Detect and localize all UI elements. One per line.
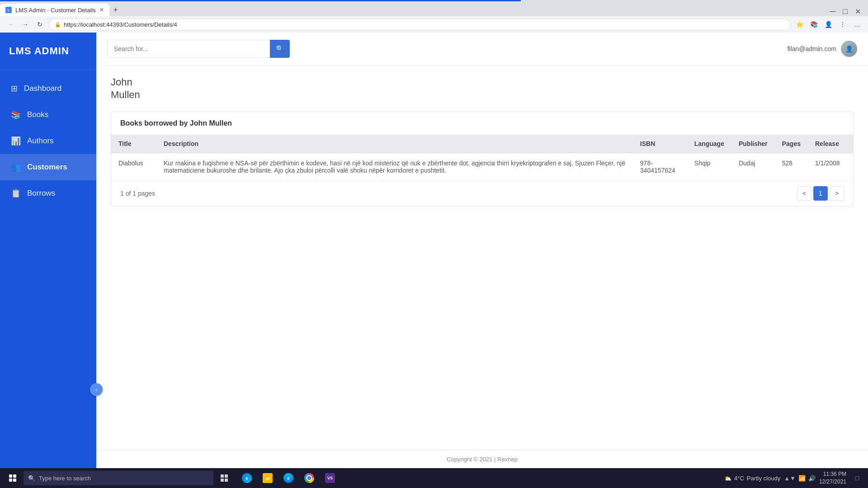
back-button[interactable]: ← [5, 19, 16, 30]
book-publisher: Dudaj [731, 153, 775, 181]
forward-button[interactable]: → [20, 19, 31, 30]
book-description: Kur makina e fuqishme e NSA-së për zbërt… [156, 153, 633, 181]
book-isbn: 978-3404157624 [633, 153, 687, 181]
minimize-button[interactable]: ─ [830, 7, 835, 16]
search-button[interactable]: 🔍 [270, 40, 290, 58]
customer-first-name: John [111, 76, 854, 88]
taskbar-msedge-app[interactable]: e [278, 468, 298, 488]
maximize-button[interactable]: □ [843, 7, 848, 16]
book-release: 1/1/2008 [808, 153, 853, 181]
sidebar-toggle-button[interactable]: ‹ [90, 383, 103, 396]
pagination-page-1-button[interactable]: 1 [813, 186, 828, 201]
taskbar-explorer-app[interactable]: 📁 [258, 468, 278, 488]
network-icon: ▲▼ [784, 475, 796, 482]
sidebar-item-authors-label: Authors [27, 136, 54, 145]
customer-last-name: Mullen [111, 89, 854, 101]
browser-account-button[interactable]: 👤 [823, 19, 834, 30]
dashboard-icon: ⊞ [11, 84, 18, 94]
taskbar-edge-app[interactable]: e [237, 468, 257, 488]
pagination-next-button[interactable]: > [830, 186, 844, 201]
url-text: https://localhost:44393/Customers/Detail… [64, 21, 177, 28]
taskbar-search-text: Type here to search [39, 475, 91, 482]
taskbar-apps: e 📁 e VS [237, 468, 340, 488]
taskbar-clock: 11:36 PM 12/27/2021 [819, 470, 846, 486]
col-header-title: Title [111, 135, 156, 153]
pagination-prev-button[interactable]: < [797, 186, 811, 201]
avatar: 👤 [841, 41, 857, 57]
browser-tab-active[interactable]: L LMS Admin - Customer Details ✕ [0, 4, 109, 16]
new-tab-button[interactable]: + [109, 4, 122, 16]
browser-extensions-button[interactable]: ⭐ [794, 19, 805, 30]
browser-menu-button[interactable]: ⋮ [837, 19, 848, 30]
footer: Copyright © 2021 | Rexhep [96, 450, 868, 468]
search-container: 🔍 [107, 40, 290, 58]
explorer-icon: 📁 [263, 473, 273, 483]
loading-bar [0, 0, 521, 1]
svg-rect-3 [225, 479, 228, 482]
authors-icon: 📊 [11, 136, 21, 146]
address-bar[interactable]: 🔒 https://localhost:44393/Customers/Deta… [49, 19, 790, 30]
sidebar-item-customers[interactable]: 👥 Customers [0, 154, 96, 180]
browser-action-buttons: ⭐ 📚 👤 ⋮ … [794, 19, 863, 30]
browser-collections-button[interactable]: 📚 [808, 19, 819, 30]
books-table: Title Description ISBN Language Publishe… [111, 135, 853, 180]
sidebar-logo: LMS ADMIN [0, 33, 96, 70]
user-email: filan@admin.com [788, 45, 836, 52]
taskbar-search-icon: 🔍 [28, 475, 35, 482]
tab-title: LMS Admin - Customer Details [15, 7, 96, 14]
col-header-description: Description [156, 135, 633, 153]
svg-rect-0 [221, 474, 224, 478]
close-button[interactable]: ✕ [855, 7, 861, 16]
sidebar-item-books[interactable]: 📚 Books [0, 102, 96, 128]
borrows-icon: 📋 [11, 188, 21, 198]
page-content: John Mullen Books borrowed by John Mulle… [96, 66, 868, 450]
table-header-row: Title Description ISBN Language Publishe… [111, 135, 853, 153]
col-header-release: Release [808, 135, 853, 153]
taskbar-search[interactable]: 🔍 Type here to search [24, 471, 213, 485]
notification-icon: □ [855, 474, 859, 482]
sidebar-item-books-label: Books [27, 110, 48, 119]
tab-close-button[interactable]: ✕ [99, 7, 104, 13]
edge-icon: e [242, 473, 252, 483]
taskbar-right: ⛅ 4°C Partly cloudy ▲▼ 📶 🔊 11:36 PM 12/2… [724, 470, 864, 486]
reload-button[interactable]: ↻ [34, 19, 45, 30]
sidebar-item-authors[interactable]: 📊 Authors [0, 128, 96, 154]
customers-icon: 👥 [11, 162, 21, 172]
start-button[interactable] [4, 469, 22, 487]
browser-tabs: L LMS Admin - Customer Details ✕ + ─ □ ✕ [0, 0, 868, 16]
taskbar-vs-app[interactable]: VS [320, 468, 340, 488]
browser-chrome: L LMS Admin - Customer Details ✕ + ─ □ ✕… [0, 0, 868, 33]
pagination-info: 1 of 1 pages [120, 190, 155, 197]
weather-temp: 4°C [734, 475, 744, 482]
browser-more-button[interactable]: … [852, 19, 863, 30]
weather-widget[interactable]: ⛅ 4°C Partly cloudy [724, 475, 780, 482]
svg-rect-1 [225, 474, 228, 478]
col-header-language: Language [687, 135, 731, 153]
books-icon: 📚 [11, 110, 21, 120]
pagination-controls: < 1 > [797, 186, 844, 201]
search-icon: 🔍 [276, 45, 284, 53]
book-pages: 528 [775, 153, 808, 181]
col-header-publisher: Publisher [731, 135, 775, 153]
sidebar: LMS ADMIN ⊞ Dashboard 📚 Books 📊 Authors … [0, 33, 96, 468]
svg-rect-2 [221, 479, 224, 482]
books-table-section: Books borrowed by John Mullen Title Desc… [111, 112, 854, 206]
sidebar-item-borrows[interactable]: 📋 Borrows [0, 180, 96, 206]
weather-desc: Partly cloudy [747, 475, 780, 482]
lock-icon: 🔒 [55, 22, 61, 28]
task-view-button[interactable] [215, 469, 233, 487]
sidebar-item-dashboard-label: Dashboard [24, 84, 61, 93]
notification-button[interactable]: □ [850, 471, 864, 485]
table-header: Title Description ISBN Language Publishe… [111, 135, 853, 153]
top-bar-right: filan@admin.com 👤 [788, 41, 857, 57]
sidebar-item-dashboard[interactable]: ⊞ Dashboard [0, 75, 96, 102]
sidebar-item-customers-label: Customers [27, 163, 67, 172]
pagination-row: 1 of 1 pages < 1 > [111, 180, 853, 206]
search-input[interactable] [107, 40, 270, 58]
taskbar-date-display: 12/27/2021 [819, 478, 846, 486]
taskbar-time-display: 11:36 PM [819, 470, 846, 478]
taskbar-chrome-app[interactable] [299, 468, 319, 488]
col-header-isbn: ISBN [633, 135, 687, 153]
main-content: 🔍 filan@admin.com 👤 John Mullen Books bo… [96, 33, 868, 468]
tab-favicon: L [5, 7, 12, 13]
